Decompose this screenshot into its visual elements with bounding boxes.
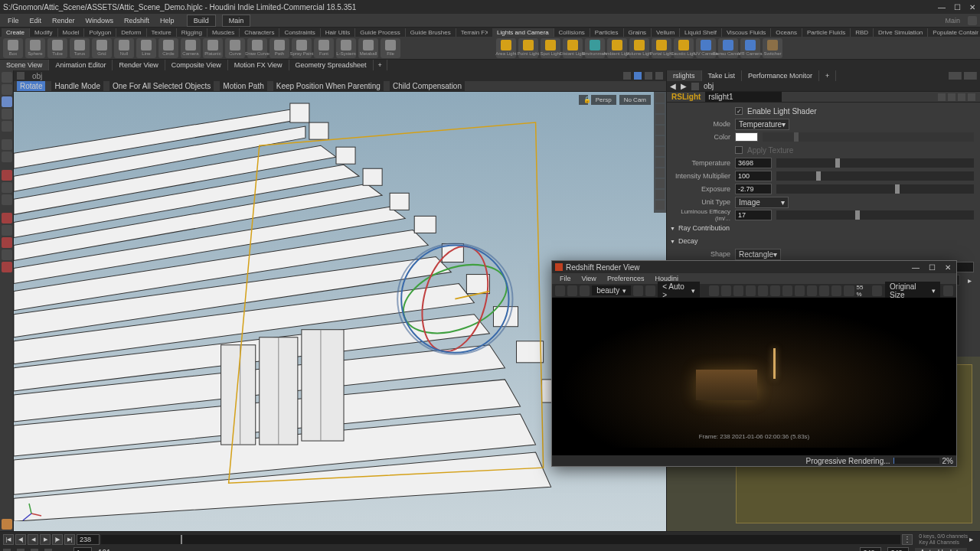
rt-4[interactable] <box>746 285 756 296</box>
render-snapshot-button[interactable] <box>633 285 643 296</box>
shelf-tab-grains[interactable]: Grains <box>624 28 652 37</box>
vrt-8[interactable] <box>655 168 665 178</box>
inspect-tool[interactable] <box>2 182 12 193</box>
vrt-10[interactable] <box>655 190 665 199</box>
color-swatch[interactable] <box>735 132 758 142</box>
shelf-tab-texture[interactable]: Texture <box>147 28 177 37</box>
shelf-point-light[interactable]: Point Light <box>518 38 538 58</box>
shelf-distant-light[interactable]: Distant Light <box>563 38 583 58</box>
pane-icon-1[interactable] <box>949 72 962 80</box>
shelf-curve[interactable]: Curve <box>225 38 245 58</box>
rotate-tool[interactable] <box>2 96 12 107</box>
close-icon[interactable]: ✕ <box>968 3 977 11</box>
temperature-field[interactable] <box>735 158 772 168</box>
pose-tool[interactable] <box>2 121 12 132</box>
vp-icon-1[interactable] <box>623 72 631 80</box>
temperature-slider[interactable] <box>776 158 974 168</box>
shelf-volume-light[interactable]: Volume Light <box>629 38 649 58</box>
shelf-font[interactable]: Font <box>314 38 334 58</box>
shelf-portal-light[interactable]: Portal Light <box>652 38 671 58</box>
gear-icon[interactable] <box>938 93 946 101</box>
shelf-tab-model[interactable]: Model <box>58 28 85 37</box>
vrt-2[interactable] <box>655 104 665 113</box>
tab-geo-spreadsheet[interactable]: Geometry Spreadsheet <box>289 60 374 70</box>
shelf-stereo-camera[interactable]: Stereo Camera <box>718 38 738 58</box>
shelf-tab-constraints[interactable]: Constraints <box>279 28 320 37</box>
back-icon[interactable]: ◀ <box>670 82 676 90</box>
ray-contribution-group[interactable]: Ray Contribution <box>670 223 974 233</box>
network-path[interactable]: obj <box>704 82 714 90</box>
menu-edit[interactable]: Edit <box>25 15 47 26</box>
render-menu-view[interactable]: View <box>577 274 601 283</box>
vrt-9[interactable] <box>655 179 665 188</box>
shelf-tab-deform[interactable]: Deform <box>116 28 146 37</box>
mode-select[interactable]: Temperature▾ <box>735 119 789 130</box>
size-select[interactable]: Original Size ▾ <box>885 282 940 300</box>
auto-update-toggle[interactable]: Auto Update <box>915 548 967 552</box>
tab-render-view[interactable]: Render View <box>113 60 165 70</box>
shelf-tab-viscous-fluids[interactable]: Viscous Fluids <box>722 28 771 37</box>
vp-lock-icon[interactable]: 🔒 <box>579 95 588 105</box>
rt-12[interactable] <box>844 285 854 296</box>
render-stop-button[interactable] <box>567 285 577 296</box>
shelf-tab-vellum[interactable]: Vellum <box>652 28 680 37</box>
pin-icon[interactable] <box>948 93 956 101</box>
shelf-environment[interactable]: Environment <box>585 38 605 58</box>
tab-takelist[interactable]: Take List <box>702 70 743 81</box>
shelf-tab-rbd[interactable]: RBD <box>851 28 874 37</box>
orange-tool[interactable] <box>2 519 12 530</box>
menu-redshift[interactable]: Redshift <box>119 15 154 26</box>
timeline-track[interactable] <box>101 535 900 544</box>
red-tool-3[interactable] <box>2 262 12 272</box>
vp-nocam[interactable]: No Cam <box>619 95 651 105</box>
lum-efficacy-field[interactable] <box>735 210 772 220</box>
menu-render[interactable]: Render <box>47 15 80 26</box>
minimize-icon[interactable]: — <box>937 3 946 11</box>
rt-6[interactable] <box>770 285 780 296</box>
shelf-tab-drive-simulation[interactable]: Drive Simulation <box>874 28 928 37</box>
shelf-tab-guide-brushes[interactable]: Guide Brushes <box>406 28 456 37</box>
menu-file[interactable]: File <box>3 15 24 26</box>
menu-help[interactable]: Help <box>155 15 179 26</box>
chevron-down-icon[interactable]: ▾ <box>973 549 977 552</box>
shelf-line[interactable]: Line <box>136 38 156 58</box>
zoom-value[interactable]: 55 % <box>857 284 870 298</box>
shelf-camera[interactable]: Camera <box>181 38 201 58</box>
shelf-box[interactable]: Box <box>3 38 23 58</box>
play-back-button[interactable]: ◀ <box>28 534 38 545</box>
red-tool-2[interactable] <box>2 237 12 248</box>
intensity-slider[interactable] <box>776 171 974 181</box>
render-titlebar[interactable]: Redshift Render View — ☐ ✕ <box>552 261 956 273</box>
vrt-1[interactable] <box>655 93 665 103</box>
vp-persp[interactable]: Persp <box>591 95 616 105</box>
add-right-tab[interactable]: + <box>819 70 836 81</box>
home-icon[interactable] <box>17 72 24 80</box>
pane-icon-2[interactable] <box>964 72 977 80</box>
shelf-tab-muscles[interactable]: Muscles <box>207 28 240 37</box>
desktop-selector[interactable]: Build <box>187 15 216 27</box>
exposure-slider[interactable] <box>776 184 974 194</box>
render-min-icon[interactable]: — <box>910 263 922 272</box>
shelf-ambient-light[interactable]: Ambient Light <box>607 38 627 58</box>
aov-select[interactable]: beauty ▾ <box>592 285 631 295</box>
shelf-platonic[interactable]: Platonic <box>203 38 223 58</box>
add-tab-icon[interactable]: + <box>374 60 387 70</box>
rt-2[interactable] <box>721 285 731 296</box>
tab-motionfx-view[interactable]: Motion FX View <box>228 60 289 70</box>
scale-tool[interactable] <box>2 109 12 119</box>
shelf-path[interactable]: Path <box>270 38 289 58</box>
rt-10[interactable] <box>819 285 829 296</box>
snap-tool[interactable] <box>2 139 12 150</box>
rt-3[interactable] <box>733 285 743 296</box>
rt-8[interactable] <box>795 285 805 296</box>
shelf-spot-light[interactable]: Spot Light <box>541 38 560 58</box>
camera-select[interactable]: < Auto > ▾ <box>658 282 700 300</box>
fwd-icon[interactable]: ▶ <box>681 82 687 90</box>
shelf-l-system[interactable]: L-System <box>336 38 356 58</box>
rt-5[interactable] <box>758 285 768 296</box>
shelf-tab-oceans[interactable]: Oceans <box>771 28 802 37</box>
mesh-browse-icon[interactable]: ▸ <box>965 276 974 285</box>
render-canvas[interactable]: Frame: 238 2021-01-06 02:00:36 (5.83s) <box>552 298 956 455</box>
shelf-tab-rigging[interactable]: Rigging <box>177 28 207 37</box>
shelf-switcher[interactable]: Switcher <box>763 38 782 58</box>
